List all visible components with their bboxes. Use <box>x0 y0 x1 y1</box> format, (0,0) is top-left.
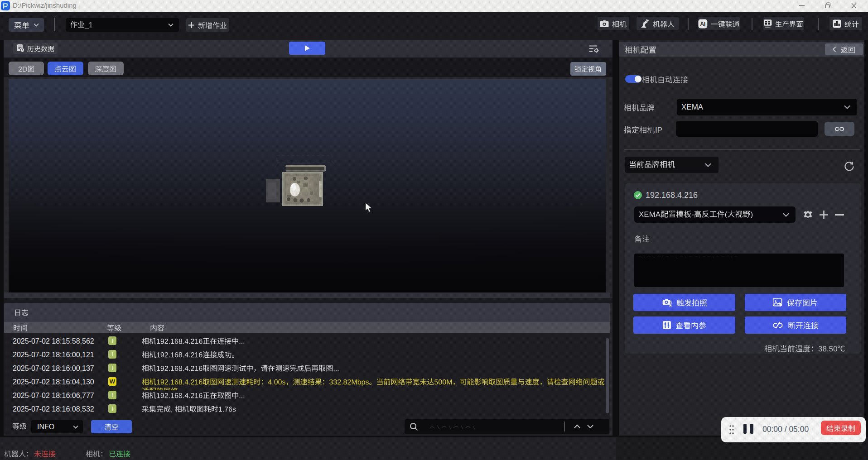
svg-text:AI: AI <box>700 20 705 27</box>
